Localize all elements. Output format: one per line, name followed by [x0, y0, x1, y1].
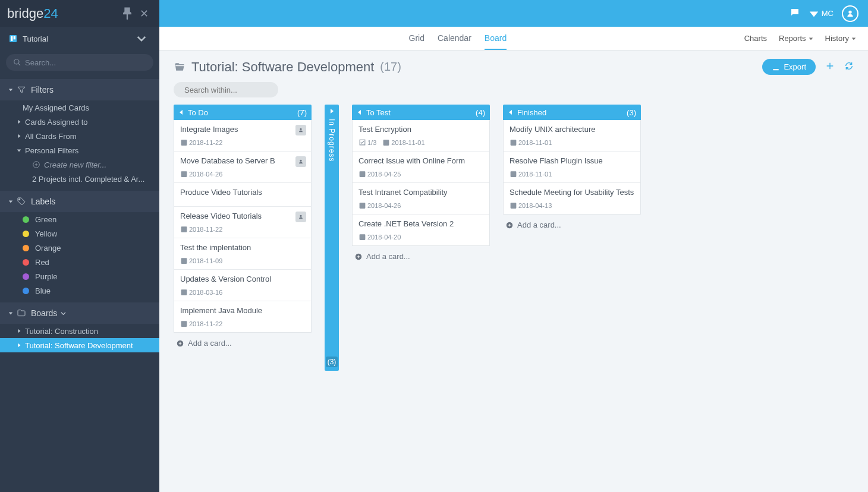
label-dot — [23, 231, 29, 237]
menu-charts[interactable]: Charts — [744, 34, 767, 43]
boards-section-header[interactable]: Boards — [0, 302, 159, 324]
card[interactable]: Produce Video Tutorials — [174, 183, 311, 207]
person-icon — [298, 214, 304, 220]
filters-section-header[interactable]: Filters — [0, 79, 159, 100]
member-badge — [295, 212, 306, 222]
label-red[interactable]: Red — [0, 255, 159, 269]
pin-icon[interactable] — [119, 5, 136, 22]
card[interactable]: Modify UNIX architecture 2018-11-01 — [504, 120, 640, 152]
card[interactable]: Create .NET Beta Version 2 2018-04-20 — [353, 215, 489, 245]
collapsed-column[interactable]: In Progress(3) — [325, 105, 339, 371]
chat-icon[interactable] — [790, 7, 800, 20]
add-card-button[interactable]: Add a card... — [174, 333, 312, 354]
card[interactable]: Test Encryption 1/32018-11-01 — [353, 120, 489, 152]
label-dot — [23, 288, 29, 294]
user-menu[interactable]: MC — [809, 8, 834, 19]
member-badge — [295, 156, 306, 167]
label-yellow[interactable]: Yellow — [0, 226, 159, 241]
filter-all-cards-from[interactable]: All Cards From — [0, 129, 159, 143]
label-blue[interactable]: Blue — [0, 283, 159, 298]
calendar-icon — [510, 138, 517, 146]
refresh-button[interactable] — [844, 61, 854, 72]
filter-cards-assigned-to[interactable]: Cards Assigned to — [0, 115, 159, 129]
person-icon — [845, 9, 855, 18]
card-title: Implement Java Module — [180, 306, 305, 315]
user-initials: MC — [822, 9, 834, 18]
sidebar: bridge24 ✕ Tutorial Filters My Assigned … — [0, 0, 159, 492]
member-badge — [295, 125, 306, 135]
calendar-icon — [180, 257, 188, 264]
tab-grid[interactable]: Grid — [409, 27, 424, 50]
label-orange[interactable]: Orange — [0, 241, 159, 255]
menu-history[interactable]: History — [825, 34, 856, 43]
label-purple[interactable]: Purple — [0, 269, 159, 283]
triangle-right-icon — [17, 343, 21, 348]
column-header[interactable]: To Do (7) — [174, 105, 312, 120]
calendar-icon — [358, 201, 366, 209]
card-title: Updates & Version Control — [180, 275, 305, 283]
search-within[interactable] — [174, 82, 278, 97]
card-meta: 2018-11-22 — [180, 320, 305, 327]
card-meta: 2018-04-25 — [358, 170, 483, 178]
label-green[interactable]: Green — [0, 212, 159, 226]
caret-down-icon — [809, 8, 819, 19]
search-input[interactable] — [25, 58, 146, 67]
search-within-input[interactable] — [184, 86, 284, 94]
board-item[interactable]: Tutorial: Construction — [0, 324, 159, 338]
filter-my-assigned[interactable]: My Assigned Cards — [0, 100, 159, 115]
column-count: (7) — [297, 108, 307, 117]
chevron-right-icon — [329, 108, 335, 114]
labels-title: Labels — [31, 197, 55, 206]
card[interactable]: Test Intranet Compatibility 2018-04-26 — [353, 183, 489, 215]
card[interactable]: Correct Issue with Online Form 2018-04-2… — [353, 152, 489, 183]
menu-reports[interactable]: Reports — [779, 34, 813, 43]
column-title: Finished — [517, 108, 546, 117]
column-header[interactable]: To Test (4) — [352, 105, 490, 120]
add-card-button[interactable]: Add a card... — [352, 246, 490, 267]
close-icon[interactable]: ✕ — [136, 5, 152, 22]
chevron-down-icon — [137, 34, 146, 43]
card-title: Schedule Meeting for Usability Tests — [510, 188, 634, 197]
labels-section-header[interactable]: Labels — [0, 191, 159, 212]
user-avatar[interactable] — [842, 5, 858, 22]
svg-point-4 — [19, 199, 20, 200]
workspace-selector[interactable]: Tutorial — [0, 27, 159, 51]
filter-saved[interactable]: 2 Projects incl. Completed & Ar... — [0, 172, 159, 186]
tab-calendar[interactable]: Calendar — [438, 27, 471, 50]
card-meta: 2018-11-09 — [180, 257, 305, 264]
card[interactable]: Schedule Meeting for Usability Tests 201… — [504, 183, 640, 214]
card[interactable]: Release Video Tutorials 2018-11-22 — [174, 207, 311, 238]
filter-personal-filters[interactable]: Personal Filters — [0, 143, 159, 157]
tabs-bar: Grid Calendar Board Charts Reports Histo… — [159, 27, 868, 51]
add-card-button[interactable]: Add a card... — [503, 215, 641, 235]
workspace-label: Tutorial — [23, 34, 48, 43]
card[interactable]: Updates & Version Control 2018-03-16 — [174, 270, 311, 301]
person-icon — [298, 127, 304, 133]
export-button[interactable]: Export — [762, 59, 816, 75]
label-dot — [23, 259, 29, 266]
add-button[interactable] — [825, 61, 835, 72]
chevron-left-icon — [178, 109, 184, 115]
label-name: Orange — [35, 244, 61, 253]
calendar-icon — [180, 320, 188, 327]
filter-create-new[interactable]: Create new filter... — [0, 157, 159, 172]
card[interactable]: Test the implentation 2018-11-09 — [174, 238, 311, 270]
card-meta: 2018-11-22 — [180, 138, 305, 146]
card[interactable]: Integrate Images 2018-11-22 — [174, 120, 311, 152]
card[interactable]: Resolve Flash Plugin Issue 2018-11-01 — [504, 152, 640, 183]
calendar-icon — [382, 138, 390, 146]
board-item[interactable]: Tutorial: Software Development — [0, 338, 159, 352]
card-title: Modify UNIX architecture — [510, 125, 634, 134]
column-header[interactable]: Finished (3) — [503, 105, 641, 120]
card-meta: 2018-11-01 — [510, 170, 634, 178]
card[interactable]: Implement Java Module 2018-11-22 — [174, 301, 311, 332]
card-title: Resolve Flash Plugin Issue — [510, 156, 634, 165]
sidebar-search[interactable] — [6, 54, 153, 71]
label-name: Purple — [35, 272, 58, 281]
card-meta: 2018-04-26 — [358, 201, 483, 209]
card[interactable]: Move Database to Server B 2018-04-26 — [174, 152, 311, 183]
search-within-wrap — [174, 82, 854, 97]
card-meta: 2018-04-20 — [358, 233, 483, 241]
tab-board[interactable]: Board — [485, 27, 507, 50]
card-title: Move Database to Server B — [180, 156, 305, 165]
